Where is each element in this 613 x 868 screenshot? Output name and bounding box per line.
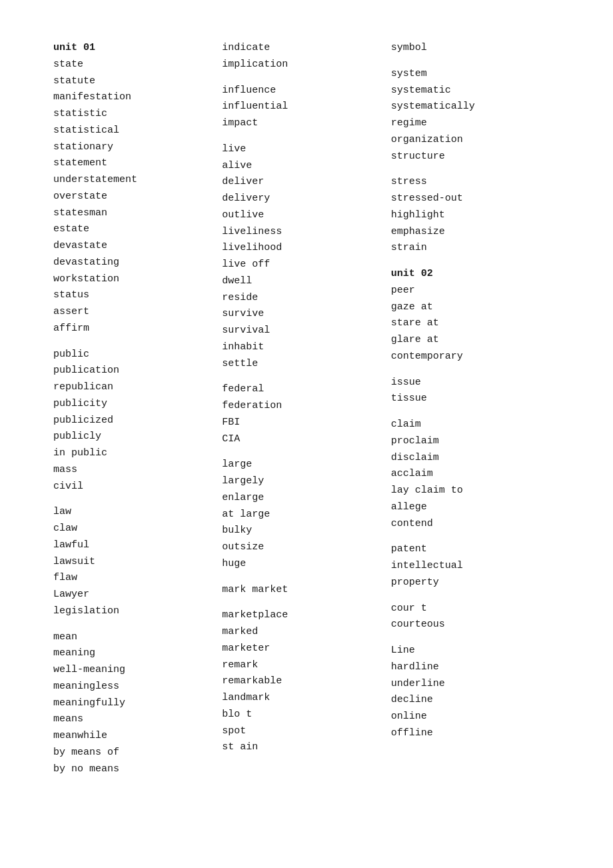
- spacer: [391, 633, 560, 643]
- spacer: [391, 257, 560, 266]
- vocabulary-word: implication: [222, 57, 390, 73]
- vocabulary-word: disclaim: [391, 450, 560, 467]
- vocabulary-word: liveliness: [222, 224, 390, 241]
- vocabulary-word: well-meaning: [53, 662, 222, 679]
- spacer: [53, 337, 222, 347]
- vocabulary-word: devastating: [53, 255, 222, 271]
- vocabulary-word: in public: [53, 445, 222, 462]
- vocabulary-word: unit 01: [53, 40, 222, 57]
- vocabulary-word: strain: [391, 240, 560, 257]
- vocabulary-word: outsize: [222, 539, 390, 556]
- vocabulary-word: systematic: [391, 83, 560, 99]
- vocabulary-word: mark market: [222, 582, 390, 599]
- vocabulary-word: large: [222, 457, 390, 473]
- spacer: [391, 165, 560, 174]
- vocabulary-word: publicity: [53, 396, 222, 413]
- vocabulary-word: meaningfully: [53, 695, 222, 712]
- vocabulary-word: workstation: [53, 271, 222, 288]
- vocabulary-word: CIA: [222, 431, 390, 448]
- spacer: [222, 598, 390, 607]
- vocabulary-word: unit 02: [391, 266, 560, 283]
- vocabulary-word: lay claim to: [391, 483, 560, 499]
- vocabulary-word: publicized: [53, 413, 222, 429]
- vocabulary-word: flaw: [53, 570, 222, 587]
- vocabulary-word: statement: [53, 155, 222, 172]
- spacer: [222, 73, 390, 83]
- vocabulary-word: impact: [222, 115, 390, 132]
- vocabulary-word: alive: [222, 158, 390, 175]
- vocabulary-word: influence: [222, 83, 390, 99]
- vocabulary-word: law: [53, 504, 222, 521]
- vocabulary-word: statistic: [53, 106, 222, 123]
- vocabulary-word: proclaim: [391, 433, 560, 450]
- spacer: [222, 447, 390, 457]
- vocabulary-word: republican: [53, 379, 222, 396]
- spacer: [391, 591, 560, 601]
- vocabulary-word: blo t: [222, 707, 390, 723]
- vocabulary-word: mean: [53, 629, 222, 646]
- vocabulary-word: lawful: [53, 537, 222, 554]
- vocabulary-word: civil: [53, 479, 222, 495]
- vocabulary-word: contemporary: [391, 349, 560, 365]
- vocabulary-word: marketer: [222, 641, 390, 657]
- vocabulary-word: settle: [222, 356, 390, 373]
- vocabulary-word: at large: [222, 507, 390, 523]
- vocabulary-columns: unit 01statestatutemanifestationstatisti…: [53, 40, 560, 777]
- vocabulary-word: underline: [391, 676, 560, 693]
- vocabulary-word: gaze at: [391, 299, 560, 316]
- spacer: [391, 407, 560, 417]
- vocabulary-word: federation: [222, 398, 390, 415]
- vocabulary-word: st ain: [222, 739, 390, 756]
- vocabulary-word: publication: [53, 363, 222, 379]
- spacer: [391, 365, 560, 375]
- vocabulary-word: property: [391, 575, 560, 591]
- vocabulary-word: indicate: [222, 40, 390, 57]
- vocabulary-word: manifestation: [53, 89, 222, 106]
- vocabulary-word: acclaim: [391, 466, 560, 483]
- vocabulary-word: inhabit: [222, 339, 390, 356]
- vocabulary-word: marketplace: [222, 607, 390, 624]
- vocabulary-word: symbol: [391, 40, 560, 57]
- vocabulary-word: livelihood: [222, 240, 390, 257]
- vocabulary-word: stress: [391, 174, 560, 191]
- vocabulary-word: assert: [53, 304, 222, 321]
- vocabulary-word: hardline: [391, 659, 560, 676]
- vocabulary-word: stressed-out: [391, 191, 560, 207]
- vocabulary-word: patent: [391, 541, 560, 558]
- vocabulary-word: statistical: [53, 123, 222, 139]
- spacer: [391, 57, 560, 66]
- vocabulary-word: survive: [222, 306, 390, 323]
- vocabulary-word: contend: [391, 516, 560, 533]
- column-2: indicateimplicationinfluenceinfluentiali…: [222, 40, 390, 777]
- vocabulary-word: deliver: [222, 174, 390, 191]
- vocabulary-word: reside: [222, 290, 390, 307]
- vocabulary-word: online: [391, 709, 560, 725]
- vocabulary-word: mass: [53, 462, 222, 479]
- vocabulary-word: meanwhile: [53, 728, 222, 745]
- vocabulary-word: remark: [222, 657, 390, 674]
- vocabulary-word: largely: [222, 473, 390, 490]
- spacer: [222, 132, 390, 141]
- vocabulary-word: offline: [391, 725, 560, 742]
- vocabulary-word: status: [53, 287, 222, 304]
- column-1: unit 01statestatutemanifestationstatisti…: [53, 40, 222, 777]
- vocabulary-word: claim: [391, 417, 560, 433]
- vocabulary-word: devastate: [53, 238, 222, 255]
- vocabulary-word: stationary: [53, 139, 222, 156]
- vocabulary-word: statute: [53, 73, 222, 90]
- vocabulary-word: live off: [222, 257, 390, 273]
- vocabulary-word: affirm: [53, 321, 222, 337]
- vocabulary-word: huge: [222, 556, 390, 573]
- vocabulary-word: systematically: [391, 99, 560, 115]
- vocabulary-word: delivery: [222, 191, 390, 207]
- vocabulary-word: influential: [222, 99, 390, 115]
- vocabulary-word: stare at: [391, 315, 560, 332]
- vocabulary-word: public: [53, 347, 222, 363]
- vocabulary-word: organization: [391, 132, 560, 149]
- vocabulary-word: bulky: [222, 523, 390, 539]
- vocabulary-word: spot: [222, 723, 390, 740]
- vocabulary-word: emphasize: [391, 224, 560, 241]
- spacer: [222, 573, 390, 582]
- vocabulary-word: publicly: [53, 429, 222, 445]
- vocabulary-word: survival: [222, 323, 390, 339]
